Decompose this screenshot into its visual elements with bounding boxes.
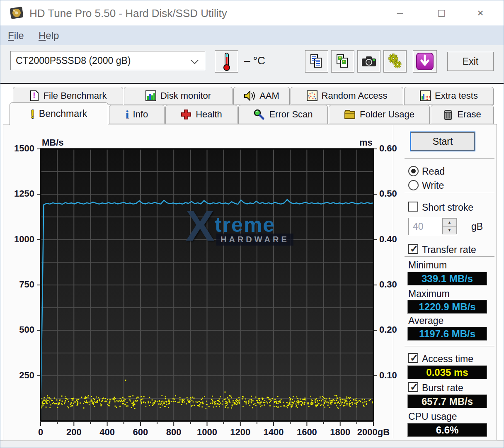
file-benchmark-icon: ! bbox=[29, 90, 39, 102]
maximum-label: Maximum bbox=[408, 288, 450, 299]
tab-label: Info bbox=[133, 109, 148, 120]
tab-label: Health bbox=[196, 109, 222, 120]
tab-label: Disk monitor bbox=[160, 90, 211, 101]
write-radio[interactable] bbox=[408, 180, 419, 190]
right-axis-unit: ms bbox=[359, 137, 373, 148]
spinner-down-button[interactable]: ▼ bbox=[442, 226, 457, 234]
tab-erase[interactable]: Erase bbox=[431, 105, 494, 124]
speaker-icon bbox=[244, 90, 255, 101]
minimize-button[interactable]: – bbox=[390, 5, 410, 21]
read-label: Read bbox=[422, 166, 445, 177]
cpu-usage-value: 6.6% bbox=[407, 423, 487, 437]
menu-bar: File Help bbox=[0, 25, 504, 45]
transfer-rate-label: Transfer rate bbox=[422, 244, 476, 256]
right-axis-tick-label: 0.60 bbox=[379, 143, 397, 154]
magnifier-icon bbox=[253, 109, 265, 120]
tab-label: Extra tests bbox=[435, 90, 478, 101]
tab-label: Folder Usage bbox=[360, 109, 414, 120]
burst-rate-value: 657.7 MB/s bbox=[407, 394, 487, 408]
title-bar: HD Tune Pro 5.50 - Hard Disk/SSD Utility… bbox=[0, 0, 504, 25]
right-axis-tick-label: 0.30 bbox=[379, 279, 397, 290]
access-time-checkbox[interactable] bbox=[408, 353, 418, 363]
tab-benchmark[interactable]: ! Benchmark bbox=[10, 102, 108, 125]
copy-text-icon bbox=[310, 54, 324, 69]
gears-icon bbox=[387, 54, 403, 69]
separator bbox=[405, 158, 494, 159]
right-axis-tick-label: 0.10 bbox=[379, 370, 397, 381]
access-time-value: 0.035 ms bbox=[407, 365, 487, 379]
options-button[interactable] bbox=[383, 50, 407, 73]
benchmark-icon: ! bbox=[31, 107, 35, 121]
close-button[interactable]: × bbox=[470, 5, 490, 21]
short-stroke-unit: gB bbox=[471, 221, 483, 232]
disk-monitor-icon bbox=[145, 90, 156, 101]
tab-random-access[interactable]: Random Access bbox=[291, 87, 403, 105]
tab-label: AAM bbox=[259, 90, 279, 101]
toolbar: CT2000P5SSD8 (2000 gB) – °C bbox=[0, 45, 504, 84]
download-arrow-icon bbox=[416, 52, 434, 71]
y-axis-tick-label: 500 bbox=[0, 324, 34, 335]
tab-extra-tests[interactable]: Extra tests bbox=[404, 87, 494, 105]
tab-aam[interactable]: AAM bbox=[233, 87, 290, 105]
left-axis-unit: MB/s bbox=[42, 137, 64, 148]
exit-button[interactable]: Exit bbox=[447, 52, 494, 71]
average-label: Average bbox=[408, 315, 443, 326]
tab-error-scan[interactable]: Error Scan bbox=[238, 105, 328, 124]
tab-label: File Benchmark bbox=[44, 90, 107, 101]
tab-folder-usage[interactable]: Folder Usage bbox=[329, 105, 430, 124]
save-results-button[interactable] bbox=[413, 50, 437, 73]
svg-text:!: ! bbox=[33, 91, 36, 100]
write-label: Write bbox=[422, 180, 444, 191]
tab-label: Erase bbox=[457, 109, 481, 120]
x-axis-tick-label: 2000gB bbox=[349, 427, 398, 438]
health-cross-icon bbox=[181, 109, 191, 120]
spinner-up-button[interactable]: ▲ bbox=[442, 218, 457, 226]
burst-rate-checkbox[interactable] bbox=[408, 382, 418, 392]
minimum-value: 339.1 MB/s bbox=[407, 272, 487, 285]
temperature-button[interactable] bbox=[215, 50, 238, 73]
separator bbox=[405, 256, 494, 257]
tab-info[interactable]: i Info bbox=[109, 105, 165, 124]
short-stroke-label: Short stroke bbox=[422, 202, 473, 213]
separator bbox=[405, 346, 494, 346]
short-stroke-checkbox[interactable] bbox=[408, 202, 418, 212]
status-strip bbox=[0, 441, 504, 448]
maximum-value: 1220.9 MB/s bbox=[407, 300, 487, 314]
random-access-icon bbox=[307, 90, 317, 101]
trash-icon bbox=[443, 109, 453, 120]
y-axis-tick-label: 1000 bbox=[0, 234, 34, 245]
drive-select[interactable]: CT2000P5SSD8 (2000 gB) bbox=[10, 51, 205, 70]
right-axis-tick-label: 0.40 bbox=[379, 234, 397, 245]
start-button[interactable]: Start bbox=[411, 132, 475, 151]
app-window: HD Tune Pro 5.50 - Hard Disk/SSD Utility… bbox=[0, 0, 504, 448]
benchmark-chart bbox=[36, 145, 378, 432]
menu-help[interactable]: Help bbox=[34, 29, 63, 42]
copy-text-button[interactable] bbox=[305, 50, 328, 73]
drive-select-value: CT2000P5SSD8 (2000 gB) bbox=[16, 55, 131, 66]
tab-disk-monitor[interactable]: Disk monitor bbox=[124, 87, 233, 105]
maximize-button[interactable]: □ bbox=[431, 5, 451, 21]
cpu-usage-label: CPU usage bbox=[408, 411, 457, 422]
y-axis-tick-label: 250 bbox=[0, 370, 34, 381]
transfer-rate-checkbox[interactable] bbox=[408, 244, 418, 254]
access-time-label: Access time bbox=[422, 353, 473, 365]
average-value: 1197.6 MB/s bbox=[407, 327, 487, 341]
short-stroke-value: 40 bbox=[409, 221, 424, 232]
camera-icon bbox=[361, 55, 377, 68]
tab-health[interactable]: Health bbox=[165, 105, 237, 124]
tab-label: Error Scan bbox=[269, 109, 313, 120]
copy-image-button[interactable] bbox=[331, 50, 354, 73]
y-axis-tick-label: 1500 bbox=[0, 143, 34, 154]
info-icon: i bbox=[126, 108, 129, 121]
separator bbox=[405, 193, 494, 193]
extra-tests-icon bbox=[420, 90, 431, 101]
chevron-down-icon bbox=[191, 56, 198, 64]
screenshot-button[interactable] bbox=[357, 50, 380, 73]
copy-image-icon bbox=[336, 54, 350, 69]
temperature-readout: – °C bbox=[244, 54, 265, 67]
read-radio[interactable] bbox=[408, 166, 419, 176]
folder-icon bbox=[344, 110, 356, 119]
menu-file[interactable]: File bbox=[4, 29, 28, 42]
right-axis-tick-label: 0.50 bbox=[379, 188, 397, 199]
y-axis-tick-label: 1250 bbox=[0, 188, 34, 199]
